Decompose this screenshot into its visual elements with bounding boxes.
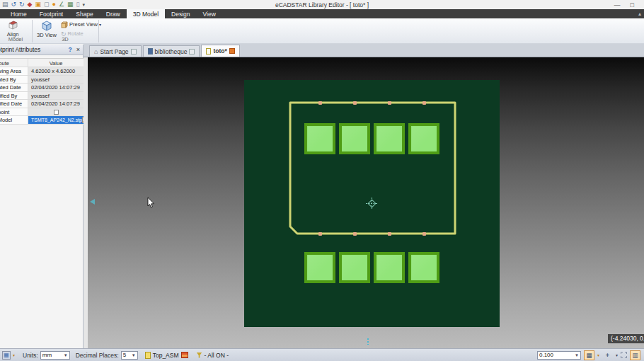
model-value-cell[interactable]: TSMT8_AP242_N2.stp ... bbox=[28, 116, 84, 124]
selection-icon[interactable]: ◻ bbox=[44, 1, 49, 8]
view-icon[interactable]: ● bbox=[52, 1, 56, 8]
minimize-button[interactable]: — bbox=[614, 1, 621, 8]
ribbon-collapse-icon[interactable]: ▴ bbox=[638, 11, 641, 17]
preset-view-icon bbox=[61, 21, 68, 28]
pin-icon[interactable]: ◆ bbox=[28, 1, 33, 8]
quick-access-toolbar: ▤ ↺ ↻ ◆ ▣ ◻ ● ∠ ▦ ▯ ▾ bbox=[0, 0, 85, 9]
library-icon[interactable]: ▣ bbox=[35, 1, 42, 8]
window-title: eCADSTAR Library Editor - [ toto* ] bbox=[0, 1, 644, 8]
decimal-places-label: Decimal Places: bbox=[76, 352, 119, 359]
customize-toolbar-icon[interactable]: ▾ bbox=[83, 1, 86, 8]
title-bar: ▤ ↺ ↻ ◆ ▣ ◻ ● ∠ ▦ ▯ ▾ eCADSTAR Library E… bbox=[0, 0, 644, 9]
close-tab-icon[interactable] bbox=[189, 49, 195, 55]
origin-marker-icon bbox=[366, 197, 378, 210]
status-dropdown-icon[interactable]: ▾ bbox=[11, 351, 17, 360]
pad[interactable] bbox=[408, 252, 439, 283]
maximize-button[interactable]: □ bbox=[631, 1, 634, 8]
redo-icon[interactable]: ↻ bbox=[19, 1, 25, 8]
chevron-down-icon: ▼ bbox=[64, 353, 68, 357]
tab-shape[interactable]: Shape bbox=[69, 9, 100, 18]
tab-home[interactable]: Home bbox=[4, 9, 33, 18]
pan-icon: + bbox=[606, 352, 609, 359]
footprint-attributes-panel: Footprint Attributes ? × Attribute Value… bbox=[0, 45, 84, 348]
pad[interactable] bbox=[304, 252, 335, 283]
pin-marker bbox=[422, 232, 426, 236]
coordinate-readout: (-4.24030, 0.098 bbox=[608, 334, 644, 343]
chevron-down-icon: ▼ bbox=[575, 353, 579, 357]
pan-tool[interactable]: + bbox=[602, 350, 613, 360]
grid-icon[interactable]: ▦ bbox=[67, 1, 74, 8]
pad[interactable] bbox=[374, 252, 405, 283]
dock-hint-icon bbox=[90, 199, 95, 205]
close-tab-icon[interactable] bbox=[131, 49, 137, 55]
overlay-tool[interactable]: ▥ bbox=[630, 350, 640, 360]
fix-point-checkbox[interactable] bbox=[54, 110, 59, 115]
tab-3d-model[interactable]: 3D Model bbox=[127, 9, 165, 18]
pin-marker bbox=[318, 101, 322, 105]
layer-page-icon bbox=[145, 352, 151, 359]
pad[interactable] bbox=[339, 252, 370, 283]
help-icon[interactable]: ? bbox=[69, 46, 72, 53]
layer-stack-icon[interactable] bbox=[181, 352, 188, 358]
grid-icon: ▦ bbox=[586, 352, 592, 359]
chevron-down-icon: ▾ bbox=[99, 22, 101, 27]
tab-draw[interactable]: Draw bbox=[100, 9, 127, 18]
units-select[interactable]: mm ▼ bbox=[40, 351, 70, 360]
axis-marker-icon bbox=[367, 338, 369, 345]
document-icon bbox=[148, 48, 153, 55]
pad[interactable] bbox=[374, 123, 405, 154]
measure-icon[interactable]: ∠ bbox=[59, 1, 64, 8]
table-row: Modified Date 02/04/2020 14:07:29 bbox=[0, 100, 84, 108]
pad[interactable] bbox=[304, 123, 335, 154]
table-header: Attribute Value bbox=[0, 59, 84, 67]
overlay-icon: ▥ bbox=[632, 352, 638, 359]
table-row: Fix point bbox=[0, 108, 84, 117]
design-canvas[interactable]: (-4.24030, 0.098 bbox=[88, 57, 644, 348]
component-outline bbox=[244, 80, 500, 327]
selection-area-icon[interactable] bbox=[621, 352, 627, 358]
close-icon[interactable]: × bbox=[76, 46, 80, 53]
save-icon[interactable]: ▤ bbox=[2, 1, 8, 8]
pin-marker bbox=[353, 101, 357, 105]
chevron-down-icon[interactable]: ▾ bbox=[597, 353, 599, 357]
document-icon bbox=[206, 48, 211, 55]
doctab-start-page[interactable]: ⌂ Start Page bbox=[89, 45, 142, 57]
doctab-toto[interactable]: toto* bbox=[201, 45, 239, 57]
visibility-label[interactable]: - All ON - bbox=[205, 352, 229, 359]
status-grid-icon[interactable]: ▦ bbox=[2, 351, 11, 360]
pcb-board bbox=[244, 80, 500, 327]
attributes-table: Attribute Value Drawing Area 4.62000 x 4… bbox=[0, 58, 84, 125]
grid-snap-tool[interactable]: ▦ bbox=[584, 350, 594, 360]
panel-title-bar: Footprint Attributes ? × bbox=[0, 45, 83, 55]
decimal-places-select[interactable]: 5 ▼ bbox=[121, 351, 138, 360]
group-label-3d: 3D bbox=[33, 36, 98, 42]
active-layer-label[interactable]: Top_ASM bbox=[153, 352, 179, 359]
undo-icon[interactable]: ↺ bbox=[11, 1, 17, 8]
pin-marker bbox=[388, 101, 391, 105]
status-bar: ▦ ▾ Units: mm ▼ Decimal Places: 5 ▼ Top_… bbox=[0, 348, 644, 361]
doctab-bibliotheque[interactable]: bibliotheque bbox=[143, 45, 200, 57]
cube-icon bbox=[41, 21, 52, 31]
group-label-model: Model bbox=[0, 36, 31, 42]
chevron-down-icon[interactable]: ▾ bbox=[616, 353, 618, 357]
align-icon bbox=[7, 21, 18, 30]
home-icon: ⌂ bbox=[94, 48, 98, 55]
grid-size-select[interactable]: 0.100 ▼ bbox=[537, 351, 581, 360]
table-row-selected: 3D Model TSMT8_AP242_N2.stp ... bbox=[0, 116, 84, 125]
table-row: Drawing Area 4.62000 x 4.62000 bbox=[0, 67, 84, 76]
document-tab-bar: ⌂ Start Page bibliotheque toto* bbox=[84, 44, 644, 57]
tab-design[interactable]: Design bbox=[165, 9, 196, 18]
ribbon-tab-bar: Home Footprint Shape Draw 3D Model Desig… bbox=[0, 9, 644, 18]
mouse-cursor bbox=[147, 197, 155, 208]
panel-title: Footprint Attributes bbox=[0, 46, 40, 53]
tab-view[interactable]: View bbox=[197, 9, 222, 18]
tab-footprint[interactable]: Footprint bbox=[33, 9, 70, 18]
preset-view-button[interactable]: Preset View ▾ bbox=[61, 21, 101, 28]
pad[interactable] bbox=[408, 123, 439, 154]
document-icon[interactable]: ▯ bbox=[76, 1, 80, 8]
pad[interactable] bbox=[339, 123, 370, 154]
pin-marker bbox=[353, 232, 357, 236]
close-tab-icon[interactable] bbox=[229, 48, 235, 54]
visibility-filter-icon bbox=[197, 353, 202, 358]
pin-marker bbox=[388, 232, 391, 236]
